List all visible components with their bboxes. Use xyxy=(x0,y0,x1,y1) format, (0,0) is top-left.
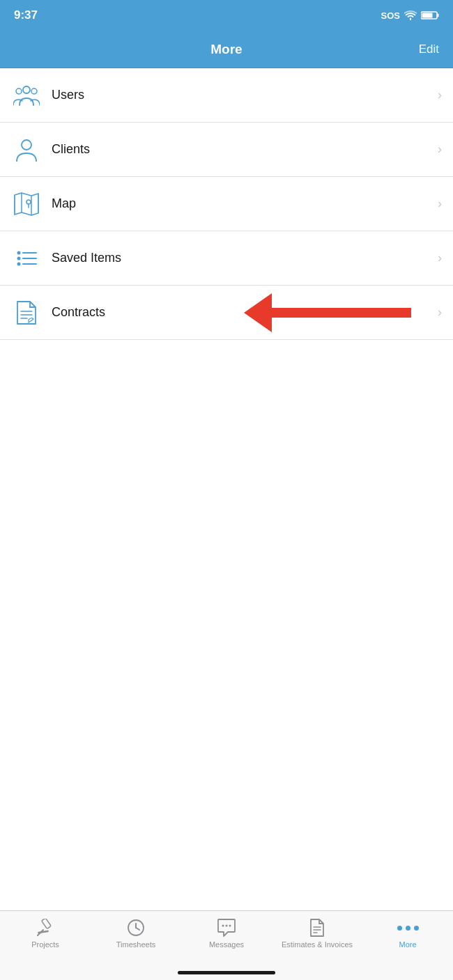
tab-estimates[interactable]: Estimates & Invoices xyxy=(272,918,362,949)
menu-item-clients[interactable]: Clients › xyxy=(0,123,453,177)
tab-timesheets[interactable]: Timesheets xyxy=(91,918,181,949)
clients-chevron: › xyxy=(438,142,442,157)
dot-3 xyxy=(414,926,419,931)
sos-label: SOS xyxy=(381,10,400,21)
status-icons: SOS xyxy=(381,10,439,21)
tab-bar: Projects Timesheets Messages xyxy=(0,910,453,980)
menu-item-contracts[interactable]: Contracts › xyxy=(0,286,453,340)
clients-label: Clients xyxy=(52,142,432,157)
wifi-icon xyxy=(404,10,417,20)
chat-icon xyxy=(217,918,236,938)
saved-items-chevron: › xyxy=(438,251,442,265)
tab-more[interactable]: More xyxy=(362,918,453,949)
svg-point-3 xyxy=(23,86,30,93)
tab-messages-label: Messages xyxy=(209,940,244,949)
svg-point-25 xyxy=(222,925,224,927)
tab-messages[interactable]: Messages xyxy=(181,918,272,949)
menu-item-saved-items[interactable]: Saved Items › xyxy=(0,231,453,286)
header-title: More xyxy=(210,42,242,57)
svg-point-26 xyxy=(226,925,228,927)
users-label: Users xyxy=(52,88,432,102)
saved-items-icon xyxy=(11,243,42,274)
tab-more-label: More xyxy=(399,940,416,949)
saved-items-label: Saved Items xyxy=(52,251,432,265)
svg-point-27 xyxy=(229,925,231,927)
svg-point-6 xyxy=(22,140,31,150)
edit-button[interactable]: Edit xyxy=(419,42,439,56)
clients-icon xyxy=(11,134,42,165)
status-time: 9:37 xyxy=(14,8,38,22)
tab-timesheets-label: Timesheets xyxy=(116,940,155,949)
battery-icon xyxy=(421,10,439,20)
header: More Edit xyxy=(0,31,453,68)
more-dots-icon xyxy=(398,918,417,938)
menu-item-users[interactable]: Users › xyxy=(0,68,453,123)
contracts-icon xyxy=(11,297,42,328)
svg-rect-1 xyxy=(438,14,439,17)
users-chevron: › xyxy=(438,88,442,102)
home-indicator xyxy=(178,971,275,974)
svg-line-20 xyxy=(38,928,47,936)
dot-1 xyxy=(397,926,402,931)
svg-point-14 xyxy=(17,262,21,265)
svg-point-12 xyxy=(17,256,21,260)
tab-projects-label: Projects xyxy=(31,940,59,949)
red-arrow xyxy=(244,293,411,332)
svg-rect-19 xyxy=(42,919,52,928)
svg-rect-2 xyxy=(422,13,433,18)
arrow-head xyxy=(244,293,272,332)
clock-icon xyxy=(126,918,146,938)
users-icon xyxy=(11,80,42,111)
svg-point-4 xyxy=(16,88,22,94)
svg-line-24 xyxy=(136,928,139,930)
contracts-chevron: › xyxy=(438,305,442,320)
status-bar: 9:37 SOS xyxy=(0,0,453,31)
svg-point-10 xyxy=(17,251,21,254)
map-icon xyxy=(11,189,42,219)
menu-list: Users › Clients › Map › xyxy=(0,68,453,340)
map-chevron: › xyxy=(438,196,442,211)
arrow-body xyxy=(272,308,411,318)
dot-2 xyxy=(406,926,410,931)
tab-projects[interactable]: Projects xyxy=(0,918,91,949)
map-label: Map xyxy=(52,196,432,211)
tab-estimates-label: Estimates & Invoices xyxy=(282,940,353,949)
svg-point-9 xyxy=(26,200,31,204)
svg-point-5 xyxy=(31,88,37,94)
menu-item-map[interactable]: Map › xyxy=(0,177,453,231)
hammer-icon xyxy=(36,918,55,938)
document-icon xyxy=(307,918,327,938)
